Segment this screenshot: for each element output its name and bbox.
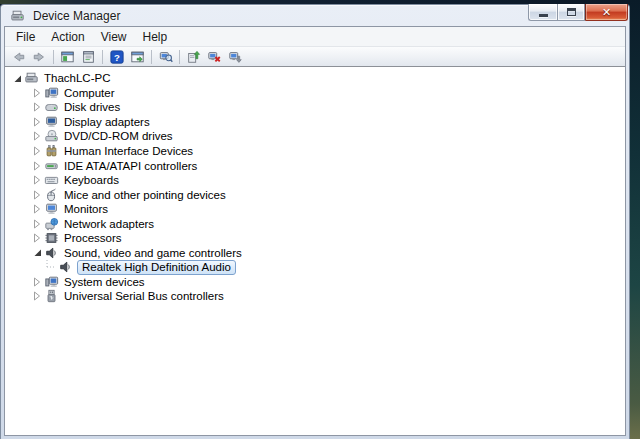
device-tree: ThachLC-PC bbox=[5, 67, 625, 304]
console-window-icon bbox=[60, 50, 75, 64]
selected-item-highlight: Realtek High Definition Audio bbox=[77, 260, 236, 275]
maximize-icon bbox=[567, 8, 576, 16]
properties-button[interactable] bbox=[78, 48, 99, 66]
expander-expanded-icon[interactable] bbox=[11, 72, 23, 84]
tree-item-label: Human Interface Devices bbox=[62, 145, 195, 157]
caption-buttons: ✕ bbox=[528, 4, 628, 21]
tree-item-network-adapters[interactable]: Network adapters bbox=[31, 216, 625, 231]
expander-expanded-icon[interactable] bbox=[31, 247, 43, 259]
toolbar-separator bbox=[151, 50, 152, 64]
tree-item-label: Sound, video and game controllers bbox=[62, 247, 244, 259]
expander-collapsed-icon[interactable] bbox=[31, 174, 43, 186]
tree-item-thachlc-pc[interactable]: ThachLC-PC bbox=[11, 71, 625, 86]
svg-text:?: ? bbox=[114, 51, 120, 62]
tree-item-label: Computer bbox=[62, 87, 117, 99]
menu-bar: File Action View Help bbox=[5, 27, 625, 47]
minimize-icon bbox=[539, 14, 548, 17]
expander-collapsed-icon[interactable] bbox=[31, 87, 43, 99]
window-title: Device Manager bbox=[33, 9, 120, 23]
expander-collapsed-icon[interactable] bbox=[31, 218, 43, 230]
arrow-right-icon bbox=[32, 50, 47, 64]
toolbar-separator bbox=[179, 50, 180, 64]
hid-icon bbox=[43, 144, 59, 159]
expander-collapsed-icon[interactable] bbox=[31, 160, 43, 172]
show-hide-action-pane-button[interactable] bbox=[127, 48, 148, 66]
scan-for-hardware-changes-button[interactable] bbox=[155, 48, 176, 66]
disable-down-arrow-icon bbox=[228, 50, 243, 64]
ide-controller-icon bbox=[43, 158, 59, 173]
question-mark-icon: ? bbox=[110, 50, 124, 64]
computer-category-icon bbox=[43, 85, 59, 100]
menu-file[interactable]: File bbox=[8, 28, 43, 46]
disable-button[interactable] bbox=[225, 48, 246, 66]
document-window-icon bbox=[81, 50, 96, 64]
tree-item-display-adapters[interactable]: Display adapters bbox=[31, 115, 625, 130]
mouse-icon bbox=[43, 187, 59, 202]
speaker-icon bbox=[43, 245, 59, 260]
uninstall-button[interactable] bbox=[204, 48, 225, 66]
expander-collapsed-icon[interactable] bbox=[31, 189, 43, 201]
tree-connector-dots bbox=[45, 261, 57, 273]
tree-item-label: Network adapters bbox=[62, 218, 156, 230]
toolbar-separator bbox=[102, 50, 103, 64]
tree-item-keyboards[interactable]: Keyboards bbox=[31, 173, 625, 188]
tree-item-dvd-cdrom-drives[interactable]: DVD/CD-ROM drives bbox=[31, 129, 625, 144]
show-hide-console-tree-button[interactable] bbox=[57, 48, 78, 66]
menu-help[interactable]: Help bbox=[135, 28, 176, 46]
tree-item-label: Mice and other pointing devices bbox=[62, 189, 228, 201]
tree-item-label: Processors bbox=[62, 232, 124, 244]
update-driver-software-button[interactable] bbox=[183, 48, 204, 66]
expander-collapsed-icon[interactable] bbox=[31, 116, 43, 128]
expander-collapsed-icon[interactable] bbox=[31, 276, 43, 288]
update-driver-up-arrow-icon bbox=[186, 50, 201, 64]
close-icon: ✕ bbox=[602, 7, 611, 18]
tree-item-mice-and-pointing-devices[interactable]: Mice and other pointing devices bbox=[31, 187, 625, 202]
computer-magnifier-icon bbox=[158, 50, 174, 64]
window-client-area: File Action View Help bbox=[4, 26, 626, 436]
tree-item-label: Universal Serial Bus controllers bbox=[62, 290, 226, 302]
network-adapter-icon bbox=[43, 216, 59, 231]
tree-item-realtek-high-definition-audio[interactable]: Realtek High Definition Audio bbox=[45, 260, 625, 275]
tree-item-universal-serial-bus-controllers[interactable]: Universal Serial Bus controllers bbox=[31, 289, 625, 304]
keyboard-icon bbox=[43, 173, 59, 188]
dvd-drive-icon bbox=[43, 129, 59, 144]
close-button[interactable]: ✕ bbox=[585, 4, 628, 21]
tree-item-processors[interactable]: Processors bbox=[31, 231, 625, 246]
expander-collapsed-icon[interactable] bbox=[31, 232, 43, 244]
action-pane-window-icon bbox=[130, 50, 145, 64]
processor-icon bbox=[43, 231, 59, 246]
tree-item-system-devices[interactable]: System devices bbox=[31, 275, 625, 290]
tree-item-label: DVD/CD-ROM drives bbox=[62, 130, 175, 142]
minimize-button[interactable] bbox=[528, 4, 557, 21]
tree-item-monitors[interactable]: Monitors bbox=[31, 202, 625, 217]
expander-collapsed-icon[interactable] bbox=[31, 145, 43, 157]
system-devices-icon bbox=[43, 274, 59, 289]
tree-item-label: ThachLC-PC bbox=[42, 72, 112, 84]
expander-collapsed-icon[interactable] bbox=[31, 203, 43, 215]
tree-item-disk-drives[interactable]: Disk drives bbox=[31, 100, 625, 115]
tree-item-label: Monitors bbox=[62, 203, 110, 215]
toolbar-separator bbox=[53, 50, 54, 64]
expander-collapsed-icon[interactable] bbox=[31, 130, 43, 142]
arrow-left-icon bbox=[11, 50, 26, 64]
screenshot-stage: Device Manager ✕ File Action View Help bbox=[0, 0, 640, 439]
device-tree-pane: ThachLC-PC bbox=[5, 67, 625, 435]
tree-item-sound-video-game-controllers[interactable]: Sound, video and game controllers bbox=[31, 246, 625, 261]
expander-collapsed-icon[interactable] bbox=[31, 290, 43, 302]
toolbar: ? bbox=[5, 47, 625, 67]
maximize-button[interactable] bbox=[557, 4, 585, 21]
tree-item-ide-ata-atapi-controllers[interactable]: IDE ATA/ATAPI controllers bbox=[31, 158, 625, 173]
menu-view[interactable]: View bbox=[93, 28, 135, 46]
menu-action[interactable]: Action bbox=[43, 28, 92, 46]
back-button[interactable] bbox=[8, 48, 29, 66]
desktop-background-right bbox=[630, 0, 640, 439]
expander-collapsed-icon[interactable] bbox=[31, 101, 43, 113]
forward-button[interactable] bbox=[29, 48, 50, 66]
tree-item-human-interface-devices[interactable]: Human Interface Devices bbox=[31, 144, 625, 159]
display-adapter-icon bbox=[43, 114, 59, 129]
tree-item-computer[interactable]: Computer bbox=[31, 86, 625, 101]
help-button[interactable]: ? bbox=[106, 48, 127, 66]
tree-item-label: Keyboards bbox=[62, 174, 121, 186]
usb-icon bbox=[43, 289, 59, 304]
titlebar[interactable]: Device Manager ✕ bbox=[4, 5, 626, 26]
